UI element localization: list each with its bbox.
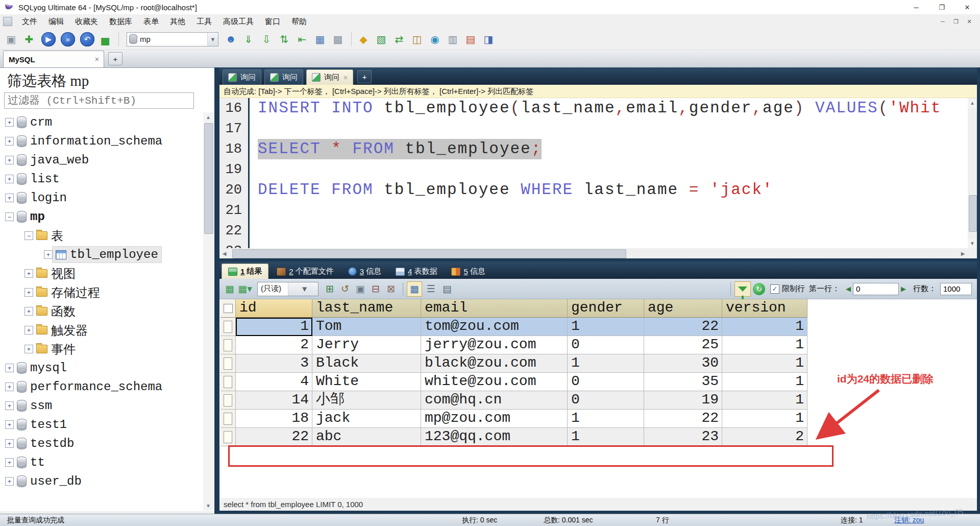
cell-email[interactable]: jerry@zou.com: [421, 336, 568, 354]
refresh-query-icon[interactable]: ↶: [80, 32, 94, 46]
tree-item-information_schema[interactable]: +information_schema: [0, 132, 203, 151]
cell-last_name[interactable]: White: [312, 373, 421, 391]
scrollbar-thumb[interactable]: [204, 123, 213, 234]
cell-version[interactable]: 2: [722, 428, 807, 446]
tree-item-test1[interactable]: +test1: [0, 415, 203, 434]
row-selector-cell[interactable]: [220, 391, 236, 410]
cell-gender[interactable]: 1: [568, 318, 644, 336]
query-profiler-icon[interactable]: ▅: [97, 31, 113, 47]
column-header-version[interactable]: version: [722, 299, 807, 318]
expand-icon[interactable]: +: [24, 288, 33, 297]
tree-item-user_db[interactable]: +user_db: [0, 472, 203, 491]
export-resultset-icon[interactable]: ▦: [223, 282, 237, 296]
cell-version[interactable]: 1: [722, 373, 807, 391]
row-selector-box[interactable]: [224, 376, 232, 388]
select-all-checkbox[interactable]: [224, 304, 233, 313]
tree-item-ssm[interactable]: +ssm: [0, 396, 203, 415]
menu-item-文件[interactable]: 文件: [16, 14, 43, 29]
query-tab-1[interactable]: 询问: [223, 69, 261, 85]
cell-email[interactable]: black@zou.com: [421, 354, 568, 373]
maximize-button[interactable]: ❐: [929, 0, 954, 14]
result-tab-4[interactable]: 4表数据: [389, 264, 443, 279]
scroll-up-button[interactable]: ▲: [968, 98, 977, 108]
copy-table-icon[interactable]: ▦: [312, 31, 328, 47]
minimize-button[interactable]: ─: [903, 0, 929, 14]
cell-gender[interactable]: 0: [568, 373, 644, 391]
tree-item-事件[interactable]: +事件: [0, 340, 203, 358]
collapse-icon[interactable]: −: [5, 212, 14, 221]
tree-item-存储过程[interactable]: +存储过程: [0, 283, 203, 302]
cell-email[interactable]: white@zou.com: [421, 373, 568, 391]
cell-age[interactable]: 23: [644, 428, 722, 446]
cell-id[interactable]: 3: [236, 354, 312, 373]
expand-icon[interactable]: +: [5, 401, 14, 410]
tree-item-crm[interactable]: +crm: [0, 113, 203, 132]
column-header-gender[interactable]: gender: [568, 299, 644, 318]
tree-item-触发器[interactable]: +触发器: [0, 321, 203, 340]
menu-item-高级工具[interactable]: 高级工具: [217, 14, 259, 29]
row-selector-cell[interactable]: [220, 428, 236, 446]
expand-icon[interactable]: +: [5, 420, 14, 429]
add-row-icon[interactable]: ⊞: [323, 282, 337, 296]
expand-icon[interactable]: +: [24, 269, 33, 278]
cell-id[interactable]: 4: [236, 373, 312, 391]
connection-manager-icon[interactable]: ▣: [3, 31, 19, 47]
mdi-minimize-button[interactable]: ─: [936, 16, 949, 27]
cell-email[interactable]: tom@zou.com: [421, 318, 568, 336]
cell-last_name[interactable]: jack: [312, 410, 421, 428]
web-notification-icon[interactable]: ◉: [427, 31, 443, 47]
restore-database-icon[interactable]: ⇩: [258, 31, 275, 47]
cell-version[interactable]: 1: [722, 318, 807, 336]
close-icon[interactable]: ×: [344, 74, 348, 82]
visual-data-compare-icon[interactable]: ◨: [480, 31, 497, 47]
cell-email[interactable]: 123@qq.com: [421, 428, 568, 446]
tree-item-视图[interactable]: +视图: [0, 264, 203, 283]
cell-gender[interactable]: 0: [568, 391, 644, 410]
editor-horizontal-scrollbar[interactable]: ◀ ▶: [219, 248, 968, 258]
expand-icon[interactable]: +: [5, 175, 14, 183]
sidebar-scrollbar[interactable]: ▲ ▼: [203, 112, 213, 511]
first-row-input[interactable]: [853, 283, 899, 295]
cell-email[interactable]: mp@zou.com: [421, 410, 568, 428]
tree-item-java_web[interactable]: +java_web: [0, 151, 203, 170]
menu-item-数据库[interactable]: 数据库: [104, 14, 138, 29]
cell-gender[interactable]: 1: [568, 410, 644, 428]
form-designer-icon[interactable]: ▤: [462, 31, 479, 47]
cell-version[interactable]: 1: [722, 391, 807, 410]
undo-row-icon[interactable]: ↺: [338, 282, 352, 296]
result-tab-3[interactable]: 3信息: [342, 264, 387, 279]
user-manager-icon[interactable]: ☻: [223, 31, 239, 47]
tree-item-tt[interactable]: +tt: [0, 453, 203, 472]
expand-icon[interactable]: +: [5, 439, 14, 448]
filter-button[interactable]: [734, 281, 751, 297]
cell-age[interactable]: 22: [644, 410, 722, 428]
column-header-id[interactable]: id: [236, 299, 312, 318]
result-tab-1[interactable]: 1结果: [222, 264, 268, 279]
cell-version[interactable]: 1: [722, 336, 807, 354]
cell-last_name[interactable]: abc: [312, 428, 421, 446]
new-connection-tab-button[interactable]: +: [108, 52, 122, 65]
menu-item-其他[interactable]: 其他: [164, 14, 191, 29]
row-selector-cell[interactable]: [220, 410, 236, 428]
cell-last_name[interactable]: Black: [312, 354, 421, 373]
expand-icon[interactable]: +: [24, 326, 33, 334]
data-migration-icon[interactable]: ⇄: [391, 31, 407, 47]
limit-rows-checkbox[interactable]: ✓: [770, 284, 779, 294]
tree-item-performance_schema[interactable]: +performance_schema: [0, 377, 203, 396]
row-selector-cell[interactable]: [220, 318, 236, 336]
expand-icon[interactable]: +: [5, 194, 14, 202]
tree-item-mysql[interactable]: +mysql: [0, 358, 203, 377]
expand-icon[interactable]: +: [5, 137, 14, 146]
first-row-increment-button[interactable]: ▶: [901, 285, 906, 293]
expand-icon[interactable]: +: [24, 345, 33, 353]
cell-version[interactable]: 1: [722, 410, 807, 428]
cell-age[interactable]: 19: [644, 391, 722, 410]
menu-item-收藏夹[interactable]: 收藏夹: [69, 14, 104, 29]
new-query-tab-button[interactable]: +: [357, 70, 372, 83]
scrollbar-thumb[interactable]: [969, 195, 977, 232]
close-button[interactable]: ✕: [954, 0, 980, 14]
cell-id[interactable]: 22: [236, 428, 312, 446]
expand-icon[interactable]: +: [5, 458, 14, 467]
scroll-right-button[interactable]: ▶: [958, 248, 968, 258]
scroll-left-button[interactable]: ◀: [219, 248, 229, 258]
